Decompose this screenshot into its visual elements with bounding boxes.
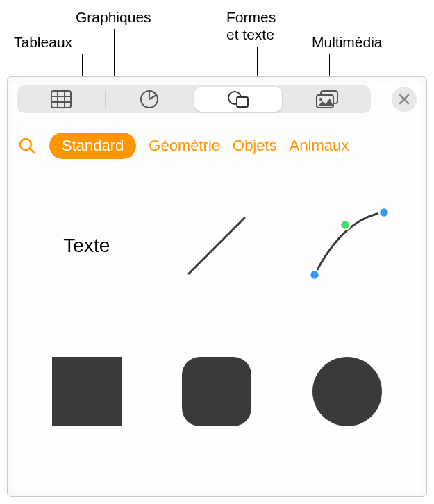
rounded-square-icon [182,357,251,426]
media-button[interactable] [283,85,371,113]
media-icon [316,90,338,108]
tab-geometrie[interactable]: Géométrie [149,137,220,155]
line-icon [178,208,255,284]
tables-button[interactable] [17,85,105,113]
callout-multimedia: Multimédia [312,33,383,51]
shapes-icon [227,90,249,108]
close-button[interactable] [392,87,417,112]
callouts-layer: Tableaux Graphiques Formes et texte Mult… [0,0,434,76]
svg-rect-0 [51,91,71,108]
curve-icon [302,204,392,287]
shape-rounded-square[interactable] [168,353,265,430]
search-icon [18,137,36,155]
shape-circle[interactable] [299,353,396,430]
callout-formes: Formes et texte [226,8,276,43]
toolbar-segmented [17,85,371,113]
charts-button[interactable] [106,85,193,113]
circle-icon [312,357,382,426]
pie-chart-icon [140,90,159,109]
shape-text[interactable]: Texte [38,208,135,284]
search-button[interactable] [17,136,37,156]
tab-objets[interactable]: Objets [233,137,277,155]
svg-point-20 [379,208,389,217]
tab-animaux[interactable]: Animaux [290,137,349,155]
svg-rect-9 [237,97,248,107]
callout-tableaux: Tableaux [14,33,72,51]
svg-line-7 [149,95,156,99]
close-icon [399,94,410,105]
svg-point-18 [310,270,319,280]
category-bar: Standard Géométrie Objets Animaux [8,120,426,166]
svg-point-12 [319,98,322,101]
insert-panel: Standard Géométrie Objets Animaux Texte [7,76,427,497]
callout-line [114,29,115,82]
shapes-button[interactable] [194,87,282,112]
svg-line-16 [30,149,34,153]
toolbar [8,77,426,120]
callout-graphiques: Graphiques [76,8,151,26]
shapes-grid: Texte [8,166,426,451]
shape-square[interactable] [38,353,135,430]
svg-line-17 [189,218,244,274]
text-shape-label: Texte [63,235,110,257]
square-icon [52,357,122,426]
shape-curve[interactable] [299,208,396,284]
shape-line[interactable] [168,208,265,284]
svg-point-19 [340,220,350,230]
tab-standard[interactable]: Standard [49,133,136,159]
table-icon [51,90,72,108]
